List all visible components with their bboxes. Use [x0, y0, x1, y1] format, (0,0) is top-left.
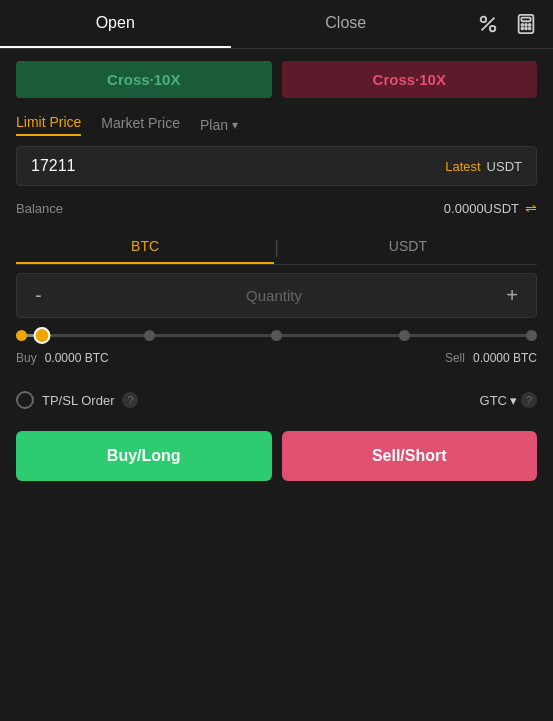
slider-dot-25[interactable]	[144, 330, 155, 341]
price-type-tabs: Limit Price Market Price Plan ▾	[0, 110, 553, 146]
svg-line-2	[482, 18, 495, 31]
percent-icon-button[interactable]	[477, 13, 499, 35]
sell-info: Sell 0.0000 BTC	[445, 351, 537, 365]
latest-label: Latest	[445, 159, 480, 174]
gtc-chevron-icon: ▾	[510, 393, 517, 408]
svg-point-5	[521, 24, 523, 26]
svg-point-7	[529, 24, 531, 26]
trading-panel: Open Close	[0, 0, 553, 493]
input-section: Latest USDT Balance 0.0000USDT ⇌ BTC | U…	[0, 146, 553, 318]
slider-dots	[16, 330, 537, 341]
quantity-minus-button[interactable]: -	[31, 284, 46, 307]
currency-toggle: BTC | USDT	[16, 230, 537, 265]
buy-info: Buy 0.0000 BTC	[16, 351, 109, 365]
gtc-help-icon[interactable]: ?	[521, 392, 537, 408]
quantity-placeholder: Quantity	[46, 287, 503, 304]
gtc-label: GTC	[480, 393, 507, 408]
price-input-row: Latest USDT	[16, 146, 537, 186]
buy-sell-row: Buy 0.0000 BTC Sell 0.0000 BTC	[16, 343, 537, 369]
slider-dot-50[interactable]	[271, 330, 282, 341]
tab-limit-price[interactable]: Limit Price	[16, 114, 81, 136]
slider-track	[16, 334, 537, 337]
svg-point-8	[521, 28, 523, 30]
cross-long-button[interactable]: Cross·10X	[16, 61, 272, 98]
slider-container[interactable]	[16, 334, 537, 337]
tab-icons	[461, 0, 553, 48]
slider-thumb[interactable]	[34, 327, 51, 344]
svg-point-1	[490, 26, 496, 32]
buy-value: 0.0000 BTC	[45, 351, 109, 365]
plan-chevron-icon: ▾	[232, 118, 238, 132]
plan-label: Plan	[200, 117, 228, 133]
balance-value-container: 0.0000USDT ⇌	[444, 200, 537, 216]
tab-open[interactable]: Open	[0, 0, 231, 48]
cross-short-button[interactable]: Cross·10X	[282, 61, 538, 98]
balance-amount: 0.0000USDT	[444, 201, 519, 216]
tab-close[interactable]: Close	[231, 0, 462, 48]
currency-label: USDT	[487, 159, 522, 174]
svg-rect-4	[521, 18, 530, 22]
balance-transfer-icon[interactable]: ⇌	[525, 200, 537, 216]
sell-value: 0.0000 BTC	[473, 351, 537, 365]
buy-label: Buy	[16, 351, 37, 365]
quantity-plus-button[interactable]: +	[502, 284, 522, 307]
sell-label: Sell	[445, 351, 465, 365]
slider-dot-0[interactable]	[16, 330, 27, 341]
currency-usdt[interactable]: USDT	[279, 230, 537, 264]
tpsl-left: TP/SL Order ?	[16, 391, 138, 409]
slider-dot-100[interactable]	[526, 330, 537, 341]
tpsl-checkbox[interactable]	[16, 391, 34, 409]
quantity-row: - Quantity +	[16, 273, 537, 318]
balance-label: Balance	[16, 201, 63, 216]
action-row: Buy/Long Sell/Short	[0, 419, 553, 493]
tpsl-row: TP/SL Order ? GTC ▾ ?	[0, 381, 553, 419]
tab-bar: Open Close	[0, 0, 553, 49]
currency-btc[interactable]: BTC	[16, 230, 274, 264]
tab-market-price[interactable]: Market Price	[101, 115, 180, 135]
sell-short-button[interactable]: Sell/Short	[282, 431, 538, 481]
balance-row: Balance 0.0000USDT ⇌	[16, 194, 537, 222]
calculator-icon-button[interactable]	[515, 13, 537, 35]
gtc-section: GTC ▾ ?	[480, 392, 537, 408]
svg-point-10	[529, 28, 531, 30]
svg-point-0	[481, 17, 487, 23]
svg-point-6	[525, 24, 527, 26]
tab-plan[interactable]: Plan ▾	[200, 117, 238, 133]
buy-long-button[interactable]: Buy/Long	[16, 431, 272, 481]
tpsl-help-icon[interactable]: ?	[122, 392, 138, 408]
svg-point-9	[525, 28, 527, 30]
tpsl-label: TP/SL Order	[42, 393, 114, 408]
slider-section: Buy 0.0000 BTC Sell 0.0000 BTC	[0, 334, 553, 369]
gtc-button[interactable]: GTC ▾	[480, 393, 517, 408]
slider-dot-75[interactable]	[399, 330, 410, 341]
cross-row: Cross·10X Cross·10X	[0, 49, 553, 110]
price-input[interactable]	[31, 157, 445, 175]
